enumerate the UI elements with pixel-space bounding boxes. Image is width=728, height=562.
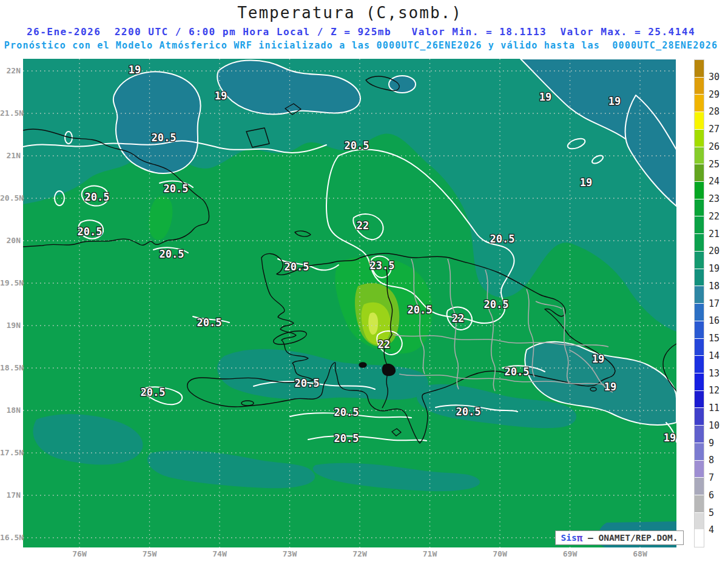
colorbar-tick-label: 24 xyxy=(709,176,727,187)
contour-value-label: 22 xyxy=(452,312,464,324)
temperature-shading xyxy=(23,59,676,547)
lon-tick-label: 68W xyxy=(622,549,658,560)
colorbar-cell xyxy=(695,286,704,303)
colorbar-tick-label: 18 xyxy=(709,281,727,292)
contour-value-label: 20.5 xyxy=(334,406,359,418)
lon-tick-label: 70W xyxy=(482,549,518,560)
lat-tick-label: 21.5N xyxy=(0,108,21,119)
sispi-name: Sis xyxy=(561,533,577,543)
map-svg: 191919191919191920.520.520.520.520.520.5… xyxy=(23,59,676,547)
contour-value-label: 20.5 xyxy=(408,304,433,316)
colorbar-cell xyxy=(695,60,704,77)
colorbar-tick-label: 27 xyxy=(709,124,727,135)
colorbar-tick-label: 14 xyxy=(709,350,727,361)
lon-tick-label: 69W xyxy=(552,549,588,560)
lat-tick-label: 21N xyxy=(0,150,21,161)
colorbar-cell xyxy=(695,373,704,390)
model-info-line: Pronóstico con el Modelo Atmósferico WRF… xyxy=(0,40,722,51)
contour-value-label: 20.5 xyxy=(484,298,509,310)
lon-tick-label: 76W xyxy=(61,549,98,560)
colorbar-cell xyxy=(695,425,704,443)
colorbar-cell xyxy=(695,407,704,425)
lat-tick-label: 17.5N xyxy=(0,447,21,458)
colorbar-cell xyxy=(695,181,704,199)
colorbar-cell xyxy=(695,512,704,530)
contour-value-label: 20.5 xyxy=(152,132,177,144)
contour-value-label: 20.5 xyxy=(160,248,184,260)
colorbar-cell xyxy=(695,443,704,460)
pi-symbol: π xyxy=(577,532,583,544)
lon-tick-label: 73W xyxy=(272,549,308,560)
colorbar-cell xyxy=(695,233,704,251)
colorbar-tick-label: 7 xyxy=(709,472,727,483)
colorbar-tick-label: 23 xyxy=(709,193,727,204)
contour-value-label: 20.5 xyxy=(490,233,515,245)
contour-value-label: 20.5 xyxy=(505,366,530,378)
branding-org: ONAMET/REP.DOM. xyxy=(599,533,678,543)
contour-value-label: 22 xyxy=(378,338,390,350)
contour-value-label: 19 xyxy=(608,95,621,107)
lat-tick-label: 20N xyxy=(0,235,21,246)
colorbar xyxy=(694,59,704,547)
map-canvas: 191919191919191920.520.520.520.520.520.5… xyxy=(23,59,676,547)
colorbar-tick-label: 5 xyxy=(709,507,727,518)
colorbar-tick-label: 8 xyxy=(709,455,727,466)
lon-tick-label: 71W xyxy=(412,549,448,560)
colorbar-cell xyxy=(695,216,704,233)
contour-value-label: 20.5 xyxy=(334,432,359,444)
contour-value-label: 19 xyxy=(664,432,676,444)
colorbar-tick-label: 28 xyxy=(709,106,727,117)
contour-value-label: 20.5 xyxy=(285,261,309,273)
colorbar-tick-label: 9 xyxy=(709,438,727,449)
contour-value-label: 19 xyxy=(215,90,227,102)
colorbar-cell xyxy=(695,147,704,164)
colorbar-tick-label: 13 xyxy=(709,368,727,379)
colorbar-cell xyxy=(695,303,704,321)
sispi-branding-box: Sisπ – ONAMET/REP.DOM. xyxy=(555,530,684,545)
lat-tick-label: 16.5N xyxy=(0,532,21,543)
contour-value-label: 20.5 xyxy=(85,191,110,203)
contour-value-label: 20.5 xyxy=(141,386,166,398)
colorbar-cell xyxy=(695,251,704,269)
colorbar-tick-label: 4 xyxy=(709,524,727,535)
colorbar-cell xyxy=(695,112,704,129)
lat-tick-label: 18.5N xyxy=(0,363,21,373)
contour-value-label: 19 xyxy=(539,91,551,103)
colorbar-cell xyxy=(695,94,704,112)
lon-tick-label: 72W xyxy=(342,549,378,560)
contour-value-label: 20.5 xyxy=(345,139,369,152)
weather-map-page: Temperatura (C,somb.) 26-Ene-2026 2200 U… xyxy=(0,0,728,562)
colorbar-tick-label: 30 xyxy=(709,72,727,82)
colorbar-cell xyxy=(695,164,704,181)
lon-tick-label: 75W xyxy=(132,549,168,560)
colorbar-cell xyxy=(695,477,704,495)
page-title: Temperatura (C,somb.) xyxy=(0,4,699,22)
contour-value-label: 19 xyxy=(604,381,616,393)
colorbar-tick-label: 21 xyxy=(709,229,727,239)
colorbar-cell xyxy=(695,495,704,512)
colorbar-tick-label: 22 xyxy=(709,211,727,222)
contour-value-label: 23.5 xyxy=(370,259,395,272)
colorbar-tick-label: 25 xyxy=(709,159,727,170)
contour-value-label: 20.5 xyxy=(456,406,481,418)
contour-value-label: 22 xyxy=(357,219,369,232)
lat-tick-label: 19N xyxy=(0,320,21,331)
colorbar-cell xyxy=(695,129,704,147)
branding-separator: – xyxy=(582,533,598,543)
colorbar-cell xyxy=(695,390,704,408)
contour-value-label: 19 xyxy=(580,176,592,189)
colorbar-tick-label: 12 xyxy=(709,385,727,396)
contour-value-label: 20.5 xyxy=(197,316,222,329)
colorbar-cell xyxy=(695,338,704,356)
lat-tick-label: 18N xyxy=(0,405,21,416)
contour-value-label: 20.5 xyxy=(164,182,189,195)
colorbar-tick-label: 11 xyxy=(709,403,727,413)
colorbar-tick-label: 10 xyxy=(709,420,727,431)
colorbar-tick-label: 20 xyxy=(709,246,727,256)
contour-value-label: 20.5 xyxy=(295,377,320,389)
colorbar-cell xyxy=(695,460,704,478)
lat-tick-label: 17N xyxy=(0,490,21,501)
colorbar-tick-label: 17 xyxy=(709,298,727,309)
forecast-info-line: 26-Ene-2026 2200 UTC / 6:00 pm Hora Loca… xyxy=(0,26,722,38)
contour-value-label: 19 xyxy=(592,353,604,365)
